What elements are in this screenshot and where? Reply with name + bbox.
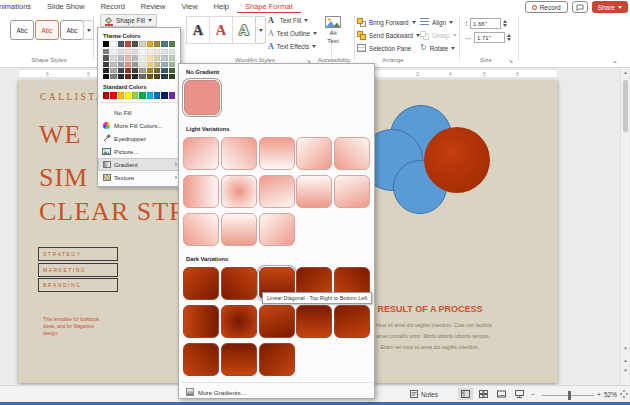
theme-color-variant-swatch[interactable] bbox=[154, 74, 160, 79]
group-button[interactable]: Group bbox=[420, 30, 457, 40]
normal-view-button[interactable] bbox=[458, 388, 473, 400]
theme-color-variant-swatch[interactable] bbox=[147, 68, 153, 73]
tab-shape-format[interactable]: Shape Format bbox=[237, 0, 301, 14]
shape-width-field[interactable]: ↔ 1.71" bbox=[464, 32, 511, 43]
align-button[interactable]: Align bbox=[420, 17, 453, 27]
previous-slide-button[interactable]: ▲ bbox=[621, 358, 630, 363]
theme-color-variant-swatch[interactable] bbox=[147, 62, 153, 67]
tab-help[interactable]: Help bbox=[206, 0, 237, 14]
size-dialog-launcher[interactable]: ⇘ bbox=[508, 57, 513, 64]
light-gradient-swatch[interactable] bbox=[221, 175, 257, 208]
dark-gradient-swatch[interactable] bbox=[334, 305, 370, 338]
record-button[interactable]: Record bbox=[525, 1, 568, 13]
light-gradient-swatch[interactable] bbox=[259, 175, 295, 208]
theme-color-variant-swatch[interactable] bbox=[147, 55, 153, 60]
notes-button[interactable]: Notes bbox=[410, 388, 438, 400]
standard-color-swatch[interactable] bbox=[169, 92, 175, 98]
standard-color-swatch[interactable] bbox=[125, 92, 131, 98]
standard-color-swatch[interactable] bbox=[147, 92, 153, 98]
shape-fill-button[interactable]: Shape Fill bbox=[100, 14, 157, 27]
send-backward-button[interactable]: Send Backward bbox=[357, 30, 420, 40]
theme-color-variant-swatch[interactable] bbox=[103, 68, 109, 73]
theme-color-variant-swatch[interactable] bbox=[169, 62, 175, 67]
theme-color-variant-swatch[interactable] bbox=[139, 55, 145, 60]
theme-color-swatch[interactable] bbox=[139, 41, 145, 47]
light-gradient-swatch[interactable] bbox=[296, 175, 332, 208]
standard-color-swatch[interactable] bbox=[103, 92, 109, 98]
theme-color-swatch[interactable] bbox=[161, 41, 167, 47]
dark-gradient-swatch[interactable] bbox=[259, 343, 295, 376]
theme-color-variant-swatch[interactable] bbox=[139, 74, 145, 79]
theme-color-variant-swatch[interactable] bbox=[161, 49, 167, 54]
theme-color-variant-swatch[interactable] bbox=[110, 55, 116, 60]
theme-color-variant-swatch[interactable] bbox=[110, 68, 116, 73]
menu-item-gradient[interactable]: Gradient › bbox=[98, 158, 180, 171]
dark-gradient-swatch[interactable] bbox=[183, 305, 219, 338]
more-gradients-button[interactable]: More Gradients... bbox=[186, 386, 246, 398]
light-gradient-swatch[interactable] bbox=[334, 137, 370, 170]
slide-list-item[interactable]: MARKETING bbox=[38, 263, 118, 277]
theme-color-swatch[interactable] bbox=[169, 41, 175, 47]
slide-heading-line[interactable]: WE bbox=[39, 120, 81, 150]
theme-color-variant-swatch[interactable] bbox=[169, 68, 175, 73]
theme-color-variant-swatch[interactable] bbox=[161, 74, 167, 79]
light-gradient-swatch[interactable] bbox=[183, 137, 219, 170]
shape-styles-more-button[interactable] bbox=[83, 20, 94, 40]
theme-color-variant-swatch[interactable] bbox=[118, 55, 124, 60]
zoom-slider-thumb[interactable] bbox=[568, 391, 571, 400]
text-fill-button[interactable]: A Text Fill bbox=[268, 15, 308, 26]
tab-record[interactable]: Record bbox=[93, 0, 133, 14]
theme-color-variant-swatch[interactable] bbox=[139, 49, 145, 54]
light-gradient-swatch[interactable] bbox=[259, 213, 295, 246]
theme-color-variant-swatch[interactable] bbox=[154, 68, 160, 73]
theme-color-variant-swatch[interactable] bbox=[132, 62, 138, 67]
slide-brand-text[interactable]: CALLISTA bbox=[40, 92, 105, 102]
theme-color-variant-swatch[interactable] bbox=[110, 62, 116, 67]
slide-heading-line[interactable]: SIM bbox=[39, 163, 88, 193]
width-input[interactable]: 1.71" bbox=[474, 32, 505, 43]
theme-color-variant-swatch[interactable] bbox=[169, 74, 175, 79]
dark-gradient-swatch[interactable] bbox=[183, 267, 219, 300]
menu-item-more-fill-colors[interactable]: More Fill Colors... bbox=[98, 119, 180, 132]
dark-gradient-swatch[interactable] bbox=[221, 305, 257, 338]
dark-gradient-swatch[interactable] bbox=[296, 305, 332, 338]
shape-style-preset-1[interactable]: Abc bbox=[10, 20, 34, 40]
shape-style-preset-2[interactable]: Abc bbox=[35, 20, 59, 40]
tab-animations[interactable]: Animations bbox=[0, 0, 39, 14]
theme-color-variant-swatch[interactable] bbox=[132, 49, 138, 54]
theme-color-variant-swatch[interactable] bbox=[118, 68, 124, 73]
share-button[interactable]: Share bbox=[592, 1, 628, 13]
theme-color-variant-swatch[interactable] bbox=[125, 68, 131, 73]
theme-color-swatch[interactable] bbox=[132, 41, 138, 47]
text-effects-button[interactable]: A Text Effects bbox=[268, 41, 316, 52]
slide-list-item[interactable]: BRANDING bbox=[38, 278, 118, 292]
theme-color-variant-swatch[interactable] bbox=[110, 74, 116, 79]
scroll-up-icon[interactable]: ▲ bbox=[621, 70, 630, 75]
red-circle-shape[interactable] bbox=[424, 127, 490, 193]
light-gradient-swatch[interactable] bbox=[221, 213, 257, 246]
menu-item-eyedropper[interactable]: Eyedropper bbox=[98, 132, 180, 145]
theme-color-swatch[interactable] bbox=[147, 41, 153, 47]
rotate-button[interactable]: ↻ Rotate bbox=[420, 43, 455, 53]
theme-color-variant-swatch[interactable] bbox=[103, 55, 109, 60]
wordart-preset-3[interactable]: A bbox=[232, 16, 256, 44]
theme-color-variant-swatch[interactable] bbox=[132, 68, 138, 73]
scroll-down-icon[interactable]: ▼ bbox=[621, 346, 630, 351]
theme-color-variant-swatch[interactable] bbox=[139, 68, 145, 73]
theme-color-variant-swatch[interactable] bbox=[118, 49, 124, 54]
slideshow-button[interactable] bbox=[512, 388, 527, 400]
theme-color-variant-swatch[interactable] bbox=[103, 62, 109, 67]
height-input[interactable]: 1.66" bbox=[470, 18, 501, 29]
theme-color-variant-swatch[interactable] bbox=[147, 49, 153, 54]
vertical-scrollbar[interactable]: ▲ ▼ ▲ ▼ bbox=[620, 68, 629, 385]
slide-heading-line[interactable]: CLEAR STR bbox=[39, 197, 187, 227]
theme-color-variant-swatch[interactable] bbox=[147, 74, 153, 79]
wordart-preset-1[interactable]: A bbox=[186, 16, 210, 44]
reading-view-button[interactable] bbox=[494, 388, 509, 400]
tab-slide-show[interactable]: Slide Show bbox=[39, 0, 93, 14]
theme-color-variant-swatch[interactable] bbox=[161, 62, 167, 67]
theme-color-variant-swatch[interactable] bbox=[161, 55, 167, 60]
fit-slide-button[interactable] bbox=[620, 388, 628, 400]
shape-style-preset-3[interactable]: Abc bbox=[60, 20, 84, 40]
scrollbar-thumb[interactable] bbox=[623, 80, 628, 132]
